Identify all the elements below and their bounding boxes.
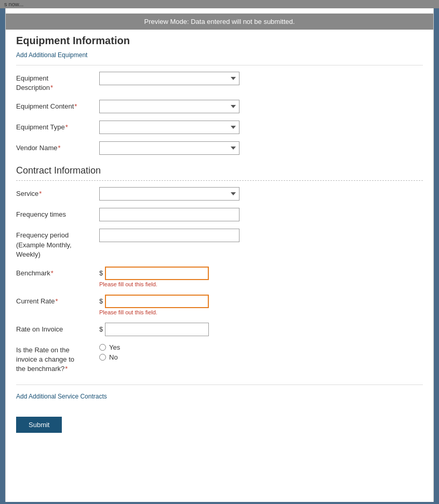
submit-button[interactable]: Submit [16, 417, 62, 433]
add-equipment-row: Add Additional Equipment [16, 51, 423, 59]
equipment-description-row: EquipmentDescription* [16, 72, 423, 92]
add-service-contracts-row: Add Additional Service Contracts [16, 384, 423, 400]
current-rate-error: Please fill out this field. [99, 309, 423, 315]
main-content: Preview Mode: Data entered will not be s… [5, 8, 434, 502]
current-rate-dollar-wrapper: $ [99, 295, 423, 308]
equipment-type-row: Equipment Type* [16, 121, 423, 134]
rate-change-no-radio[interactable] [99, 354, 106, 361]
equipment-content-select[interactable] [99, 100, 240, 113]
required-star-5: * [39, 190, 42, 197]
frequency-times-label: Frequency times [16, 208, 99, 219]
rate-on-invoice-input[interactable] [105, 323, 209, 336]
vendor-name-control [99, 141, 423, 155]
frequency-period-control [99, 229, 423, 242]
rate-on-invoice-row: Rate on Invoice $ [16, 323, 423, 336]
vendor-name-row: Vendor Name* [16, 141, 423, 155]
rate-change-label: Is the Rate on theinvoice a change tothe… [16, 343, 99, 374]
required-star-8: * [65, 365, 68, 373]
benchmark-error: Please fill out this field. [99, 281, 423, 287]
benchmark-dollar-sign: $ [99, 269, 103, 277]
rate-change-yes-label[interactable]: Yes [99, 343, 423, 351]
equipment-section-header: Equipment Information [16, 35, 423, 47]
equipment-content-label: Equipment Content* [16, 100, 99, 111]
benchmark-dollar-wrapper: $ [99, 267, 423, 280]
rate-change-radio-group: Yes No [99, 343, 423, 361]
contract-section-title: Contract Information [16, 165, 423, 181]
current-rate-row: Current Rate* $ Please fill out this fie… [16, 295, 423, 315]
benchmark-label: Benchmark* [16, 267, 99, 278]
equipment-type-label: Equipment Type* [16, 121, 99, 132]
frequency-times-control [99, 208, 423, 221]
rate-on-invoice-label: Rate on Invoice [16, 323, 99, 334]
submit-row: Submit [16, 408, 423, 433]
frequency-period-input[interactable] [99, 229, 240, 242]
service-select[interactable] [99, 187, 240, 201]
equipment-section-title: Equipment Information [16, 35, 130, 47]
top-bar: s now... [0, 0, 439, 8]
required-star-4: * [58, 144, 61, 152]
preview-banner: Preview Mode: Data entered will not be s… [6, 14, 433, 30]
equipment-description-label: EquipmentDescription* [16, 72, 99, 92]
top-bar-text: s now... [4, 1, 23, 7]
equipment-type-select[interactable] [99, 121, 240, 134]
service-control [99, 187, 423, 201]
benchmark-input[interactable] [105, 267, 209, 280]
rate-change-row: Is the Rate on theinvoice a change tothe… [16, 343, 423, 374]
divider-1 [16, 65, 423, 65]
add-equipment-link[interactable]: Add Additional Equipment [16, 51, 87, 59]
page-wrapper: s now... Preview Mode: Data entered will… [0, 0, 439, 504]
rate-change-control: Yes No [99, 343, 423, 361]
service-label: Service* [16, 187, 99, 198]
rate-change-yes-text: Yes [109, 343, 120, 351]
vendor-name-select[interactable] [99, 141, 240, 155]
current-rate-dollar-sign: $ [99, 297, 103, 305]
rate-change-no-text: No [109, 353, 118, 361]
equipment-type-control [99, 121, 423, 134]
rate-on-invoice-dollar-sign: $ [99, 325, 103, 333]
frequency-times-row: Frequency times [16, 208, 423, 221]
rate-on-invoice-dollar-wrapper: $ [99, 323, 423, 336]
benchmark-control: $ Please fill out this field. [99, 267, 423, 287]
current-rate-label: Current Rate* [16, 295, 99, 306]
required-star-7: * [55, 297, 58, 305]
service-row: Service* [16, 187, 423, 201]
equipment-description-select[interactable] [99, 72, 240, 85]
current-rate-input[interactable] [105, 295, 209, 308]
required-star-3: * [65, 123, 68, 131]
frequency-period-label: Frequency period(Example Monthly,Weekly) [16, 229, 99, 259]
equipment-description-control [99, 72, 423, 85]
required-star-2: * [74, 102, 77, 110]
equipment-content-row: Equipment Content* [16, 100, 423, 113]
current-rate-control: $ Please fill out this field. [99, 295, 423, 315]
rate-on-invoice-control: $ [99, 323, 423, 336]
benchmark-row: Benchmark* $ Please fill out this field. [16, 267, 423, 287]
rate-change-yes-radio[interactable] [99, 344, 106, 351]
contract-section: Contract Information Service* Frequency … [16, 165, 423, 374]
required-star: * [50, 84, 53, 91]
required-star-6: * [51, 269, 54, 277]
vendor-name-label: Vendor Name* [16, 141, 99, 153]
equipment-content-control [99, 100, 423, 113]
frequency-period-row: Frequency period(Example Monthly,Weekly) [16, 229, 423, 259]
add-service-contracts-link[interactable]: Add Additional Service Contracts [16, 393, 107, 400]
frequency-times-input[interactable] [99, 208, 240, 221]
rate-change-no-label[interactable]: No [99, 353, 423, 361]
